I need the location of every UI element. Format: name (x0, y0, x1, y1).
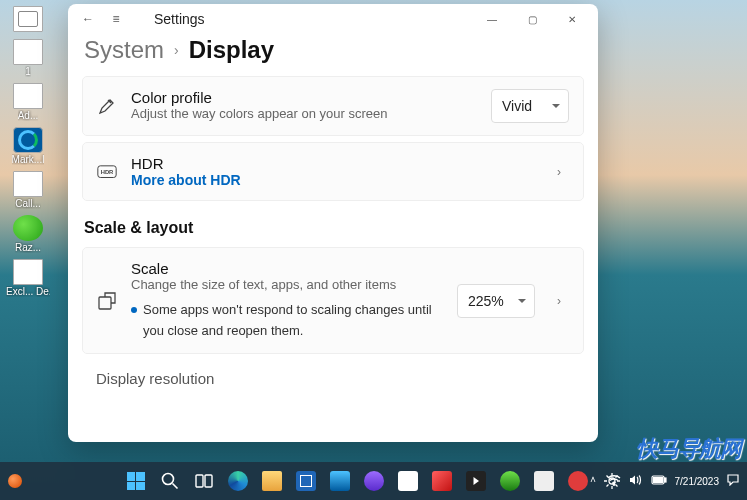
back-button[interactable]: ← (74, 5, 102, 33)
svg-point-3 (162, 474, 173, 485)
nav-menu-button[interactable]: ≡ (102, 5, 130, 33)
color-profile-select[interactable]: Vivid (491, 89, 569, 123)
desktop-icons: 1 Ad... Mark...l Call... Raz... Excl... … (6, 6, 50, 297)
maximize-button[interactable]: ▢ (512, 5, 552, 33)
display-resolution-row[interactable]: Display resolution (82, 360, 584, 397)
hdr-icon: HDR (97, 162, 117, 182)
desktop-app-razer[interactable]: Raz... (6, 215, 50, 253)
taskbar-app-generic-5[interactable] (460, 466, 492, 496)
chevron-right-icon: › (549, 294, 569, 308)
desktop-file-mark[interactable]: Mark...l (6, 127, 50, 165)
hdr-title: HDR (131, 155, 535, 172)
color-profile-row[interactable]: Color profile Adjust the way colors appe… (82, 76, 584, 136)
minimize-button[interactable]: — (472, 5, 512, 33)
taskbar-corner-app[interactable] (8, 474, 22, 488)
desktop-file-excl[interactable]: Excl... De... (6, 259, 50, 297)
svg-text:HDR: HDR (101, 169, 114, 175)
settings-body[interactable]: Color profile Adjust the way colors appe… (68, 74, 598, 442)
tray-notifications-icon[interactable] (727, 474, 739, 489)
scale-hint: Some apps won't respond to scaling chang… (131, 300, 443, 342)
scale-desc: Change the size of text, apps, and other… (131, 277, 443, 294)
settings-window: ← ≡ Settings — ▢ ✕ System › Display Colo… (68, 4, 598, 442)
taskbar-app-generic-2[interactable] (358, 466, 390, 496)
taskbar-app-store[interactable] (290, 466, 322, 496)
taskbar-app-generic-1[interactable] (324, 466, 356, 496)
breadcrumb-current: Display (189, 36, 274, 64)
task-view-button[interactable] (188, 466, 220, 496)
hdr-more-link[interactable]: More about HDR (131, 172, 535, 188)
color-profile-title: Color profile (131, 89, 477, 106)
taskbar-app-generic-3[interactable] (392, 466, 424, 496)
taskbar-app-generic-6[interactable] (494, 466, 526, 496)
scale-layout-section-header: Scale & layout (84, 219, 582, 237)
search-button[interactable] (154, 466, 186, 496)
pen-icon (97, 96, 117, 116)
taskbar-center (120, 466, 628, 496)
svg-rect-10 (653, 478, 662, 483)
tray-datetime[interactable]: 7/21/2023 (675, 476, 720, 487)
svg-point-7 (613, 483, 615, 485)
start-button[interactable] (120, 466, 152, 496)
scale-select[interactable]: 225% (457, 284, 535, 318)
taskbar-app-generic-4[interactable] (426, 466, 458, 496)
chevron-right-icon: › (174, 42, 179, 58)
scale-row[interactable]: Scale Change the size of text, apps, and… (82, 247, 584, 354)
taskbar-app-edge[interactable] (222, 466, 254, 496)
window-title: Settings (154, 11, 205, 27)
svg-rect-5 (205, 475, 212, 487)
desktop-file-call[interactable]: Call... (6, 171, 50, 209)
scale-icon (97, 291, 117, 311)
chevron-right-icon: › (549, 165, 569, 179)
tray-volume-icon[interactable] (629, 474, 643, 489)
titlebar[interactable]: ← ≡ Settings — ▢ ✕ (68, 4, 598, 34)
desktop-recycle-bin[interactable] (6, 6, 50, 33)
hdr-row[interactable]: HDR HDR More about HDR › (82, 142, 584, 201)
color-profile-desc: Adjust the way colors appear on your scr… (131, 106, 477, 123)
svg-rect-9 (664, 478, 666, 482)
svg-rect-4 (196, 475, 203, 487)
scale-title: Scale (131, 260, 443, 277)
taskbar: ＾ 7/21/2023 (0, 462, 747, 500)
close-button[interactable]: ✕ (552, 5, 592, 33)
system-tray[interactable]: ＾ 7/21/2023 (587, 473, 740, 490)
watermark-text: 快马导航网 (636, 434, 741, 464)
svg-rect-2 (99, 297, 111, 309)
tray-wifi-icon[interactable] (607, 474, 621, 489)
desktop-file-1[interactable]: 1 (6, 39, 50, 77)
desktop-file-ad[interactable]: Ad... (6, 83, 50, 121)
tray-battery-icon[interactable] (651, 474, 667, 488)
taskbar-app-explorer[interactable] (256, 466, 288, 496)
breadcrumb-root[interactable]: System (84, 36, 164, 64)
breadcrumb: System › Display (68, 34, 598, 74)
taskbar-app-generic-7[interactable] (528, 466, 560, 496)
tray-chevron-up-icon[interactable]: ＾ (587, 473, 599, 490)
